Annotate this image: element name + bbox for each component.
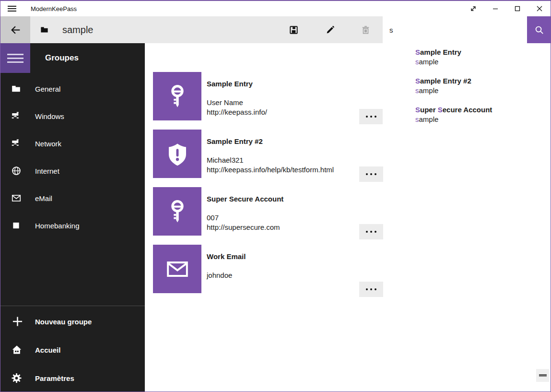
key-icon (164, 199, 190, 225)
maximize-icon (513, 4, 522, 13)
hamburger-icon[interactable] (8, 6, 16, 12)
sidebar-separator (0, 306, 145, 306)
entry-details: johndoe (207, 271, 232, 290)
shield-warning-icon (164, 141, 190, 167)
sidebar-item-homebanking[interactable]: Homebanking (0, 212, 145, 239)
search-button[interactable] (527, 16, 551, 43)
gear-icon (11, 372, 22, 383)
sidebar-item-settings[interactable]: Paramètres (0, 364, 145, 392)
entry-tile (153, 72, 201, 120)
sidebar-item-label: Accueil (35, 345, 60, 354)
entry-url: http://supersecure.com (207, 223, 280, 232)
entry-row-work-email[interactable]: Work Email johndoe (153, 245, 383, 297)
window-controls (462, 1, 551, 16)
suggestion-item[interactable]: Sample Entry sample (383, 48, 551, 76)
more-button[interactable] (359, 282, 383, 297)
fullscreen-button[interactable] (462, 1, 484, 16)
entry-username: johndoe (207, 271, 232, 280)
entry-row-sample-entry-2[interactable]: Sample Entry #2 Michael321 http://keepas… (153, 130, 383, 182)
folder-icon (11, 83, 21, 94)
save-button[interactable] (282, 16, 305, 43)
entry-username: 007 (207, 213, 280, 223)
trash-icon (360, 24, 371, 36)
ellipsis-icon (366, 116, 368, 118)
suggestion-title: Super Secure Account (415, 105, 551, 115)
sidebar-item-internet[interactable]: Internet (0, 157, 145, 184)
app-window: ModernKeePass (0, 0, 551, 392)
zoom-out-button[interactable] (536, 369, 549, 382)
suggestion-title: Sample Entry #2 (415, 76, 551, 86)
square-icon (11, 220, 21, 230)
ellipsis-icon (366, 288, 368, 290)
minimize-icon (491, 4, 500, 13)
entry-username: Michael321 (207, 155, 334, 165)
more-button[interactable] (359, 224, 383, 239)
close-icon (535, 4, 544, 13)
key-icon (164, 83, 190, 109)
entry-list: Sample Entry User Name http://keepass.in… (145, 43, 551, 392)
search-input[interactable] (383, 16, 527, 43)
more-button[interactable] (359, 166, 383, 182)
sidebar: Groupes General Win (0, 43, 145, 392)
minus-icon (539, 374, 547, 377)
edit-button[interactable] (319, 16, 341, 43)
entry-details: 007 http://supersecure.com (207, 213, 280, 232)
sidebar-item-label: Network (35, 139, 61, 147)
entry-tile (153, 130, 201, 178)
entry-details: Michael321 http://keepass.info/help/kb/t… (207, 155, 334, 175)
entry-title: Super Secure Account (207, 195, 283, 203)
entry-username: User Name (207, 98, 267, 107)
app-title: ModernKeePass (31, 5, 77, 12)
database-title: sample (62, 24, 93, 36)
save-icon (288, 24, 299, 36)
entry-row-sample-entry[interactable]: Sample Entry User Name http://keepass.in… (153, 72, 383, 125)
sidebar-item-general[interactable]: General (0, 75, 145, 102)
mail-icon (11, 193, 22, 203)
ellipsis-icon (366, 173, 368, 175)
entry-title: Sample Entry (207, 80, 253, 88)
search-suggestions: Sample Entry sample Sample Entry #2 samp… (383, 43, 551, 140)
sidebar-item-network[interactable]: Network (0, 130, 145, 157)
entry-tile (153, 187, 201, 236)
sidebar-header: Groupes (45, 43, 79, 73)
mail-icon (164, 256, 191, 283)
sidebar-item-label: Homebanking (35, 221, 80, 229)
delete-button[interactable] (354, 16, 376, 43)
suggestion-subtitle: sample (415, 57, 551, 67)
ellipsis-icon (366, 231, 368, 233)
sidebar-item-label: Paramètres (35, 374, 74, 382)
suggestion-item[interactable]: Sample Entry #2 sample (383, 76, 551, 105)
minimize-button[interactable] (484, 1, 506, 16)
pencil-icon (325, 24, 336, 36)
hamburger-icon (7, 54, 23, 55)
entry-title: Work Email (207, 252, 246, 261)
network-icon (11, 138, 21, 148)
sidebar-item-label: Nouveau groupe (35, 317, 92, 325)
suggestion-item[interactable]: Super Secure Account sample (383, 105, 551, 134)
entry-tile (153, 245, 201, 293)
entry-url: http://keepass.info/ (207, 107, 267, 117)
sidebar-item-new-group[interactable]: Nouveau groupe (0, 307, 145, 335)
fullscreen-icon (469, 4, 478, 13)
sidebar-item-home[interactable]: Accueil (0, 335, 145, 364)
close-button[interactable] (528, 1, 551, 16)
folder-icon (40, 25, 49, 35)
sidebar-item-label: General (35, 84, 60, 93)
sidebar-item-email[interactable]: eMail (0, 184, 145, 212)
back-button[interactable] (0, 16, 30, 43)
entry-url (207, 280, 232, 290)
titlebar: ModernKeePass (0, 1, 551, 16)
menu-button[interactable] (0, 43, 30, 73)
plus-icon (11, 315, 24, 328)
suggestion-title: Sample Entry (415, 48, 551, 57)
entry-url: http://keepass.info/help/kb/testform.htm… (207, 165, 334, 175)
maximize-button[interactable] (506, 1, 528, 16)
search-icon (534, 24, 545, 36)
suggestion-subtitle: sample (415, 86, 551, 95)
back-arrow-icon (9, 24, 22, 36)
entry-row-super-secure-account[interactable]: Super Secure Account 007 http://supersec… (153, 187, 383, 240)
network-icon (11, 111, 21, 121)
more-button[interactable] (359, 109, 383, 124)
sidebar-item-label: Windows (35, 112, 64, 120)
sidebar-item-windows[interactable]: Windows (0, 102, 145, 130)
